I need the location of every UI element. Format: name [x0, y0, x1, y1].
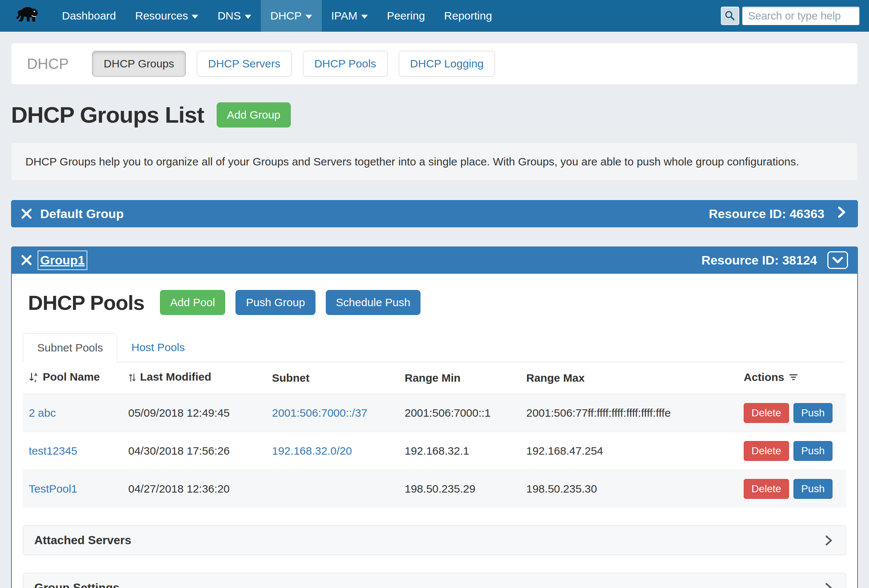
- delete-button[interactable]: Delete: [744, 479, 789, 499]
- tab-dhcp-servers[interactable]: DHCP Servers: [197, 51, 292, 77]
- column-range-max: Range Max: [521, 362, 738, 394]
- page-content: DHCP DHCP Groups DHCP Servers DHCP Pools…: [0, 43, 869, 588]
- remove-group-icon[interactable]: [21, 255, 32, 266]
- pool-type-tabs: Subnet Pools Host Pools: [23, 333, 846, 362]
- description-well: DHCP Groups help you to organize all of …: [11, 142, 858, 181]
- caret-down-icon: [245, 15, 251, 19]
- nav-item-ipam[interactable]: IPAM: [322, 0, 377, 32]
- push-button[interactable]: Push: [793, 479, 832, 499]
- actions-cell: DeletePush: [738, 432, 846, 470]
- column-label: Range Min: [405, 372, 461, 384]
- column-label: Pool Name: [43, 371, 100, 383]
- svg-text:z: z: [34, 378, 37, 383]
- column-subnet: Subnet: [266, 362, 399, 394]
- dhcp-pools-header-row: DHCP Pools Add Pool Push Group Schedule …: [28, 290, 846, 315]
- subnet-link[interactable]: 192.168.32.0/20: [272, 445, 352, 457]
- chevron-right-icon: [822, 582, 835, 588]
- pool-name-link[interactable]: test12345: [29, 445, 77, 457]
- group-bar-right: Resource ID: 46363: [709, 206, 848, 222]
- nav-item-dns[interactable]: DNS: [208, 0, 261, 32]
- pool-name-link[interactable]: 2 abc: [29, 407, 56, 419]
- caret-down-icon: [305, 15, 312, 19]
- last-modified-cell: 05/09/2018 12:49:45: [122, 394, 266, 432]
- pool-name-link[interactable]: TestPool1: [29, 483, 77, 495]
- remove-group-icon[interactable]: [21, 208, 32, 219]
- push-group-button[interactable]: Push Group: [236, 290, 315, 315]
- nav-item-dhcp[interactable]: DHCP: [261, 0, 322, 32]
- nav-item-label: Dashboard: [62, 10, 116, 22]
- caret-down-icon: [361, 15, 368, 19]
- last-modified-cell: 04/30/2018 17:56:26: [122, 432, 266, 470]
- actions-cell: DeletePush: [738, 394, 846, 432]
- group-header-group1[interactable]: Group1 Resource ID: 38124: [11, 246, 858, 274]
- group-bar-right: Resource ID: 38124: [701, 251, 848, 269]
- table-header-row: Az Pool Name Last Modified Subnet Range …: [23, 362, 846, 394]
- nav-item-peering[interactable]: Peering: [377, 0, 434, 32]
- dhcp-pools-heading: DHCP Pools: [28, 291, 144, 315]
- push-button[interactable]: Push: [793, 403, 832, 423]
- range-max-cell: 192.168.47.254: [521, 432, 738, 470]
- chevron-right-icon: [835, 206, 848, 222]
- tab-dhcp-groups[interactable]: DHCP Groups: [92, 51, 185, 77]
- sort-alpha-icon: Az: [29, 372, 39, 385]
- delete-button[interactable]: Delete: [744, 441, 789, 461]
- column-label: Actions: [744, 371, 784, 383]
- column-last-modified[interactable]: Last Modified: [122, 362, 266, 394]
- resource-id: Resource ID: 38124: [701, 253, 817, 268]
- range-min-cell: 198.50.235.29: [399, 470, 521, 508]
- sort-icon: [128, 372, 136, 385]
- caret-down-icon: [192, 15, 198, 19]
- description-text: DHCP Groups help you to organize all of …: [25, 156, 799, 167]
- nav-item-resources[interactable]: Resources: [126, 0, 208, 32]
- group1-detail-panel: DHCP Pools Add Pool Push Group Schedule …: [11, 274, 858, 588]
- tab-dhcp-logging[interactable]: DHCP Logging: [399, 51, 495, 77]
- nav-item-label: Peering: [387, 10, 425, 22]
- last-modified-cell: 04/27/2018 12:36:20: [122, 470, 266, 508]
- group-settings-panel[interactable]: Group Settings: [23, 573, 846, 588]
- column-label: Subnet: [272, 372, 310, 384]
- column-actions[interactable]: Actions: [738, 362, 846, 394]
- provision-mammoth-logo[interactable]: [15, 5, 39, 27]
- nav-item-dashboard[interactable]: Dashboard: [52, 0, 126, 32]
- dhcp-section-tab-bar: DHCP DHCP Groups DHCP Servers DHCP Pools…: [11, 43, 858, 85]
- nav-item-label: DHCP: [270, 10, 302, 22]
- delete-button[interactable]: Delete: [744, 403, 789, 423]
- actions-cell: DeletePush: [738, 470, 846, 508]
- group1-section: Group1 Resource ID: 38124 DHCP Pools Add…: [11, 246, 858, 588]
- column-label: Range Max: [526, 372, 584, 384]
- search-button[interactable]: [721, 7, 739, 25]
- tab-host-pools[interactable]: Host Pools: [117, 333, 199, 362]
- chevron-right-icon: [822, 534, 835, 547]
- table-row: 2 abc 05/09/2018 12:49:45 2001:506:7000:…: [23, 394, 846, 432]
- range-max-cell: 2001:506:77ff:ffff:ffff:ffff:ffff:fffe: [521, 394, 738, 432]
- subnet-link[interactable]: 2001:506:7000::/37: [272, 407, 368, 419]
- subnet-pools-table: Az Pool Name Last Modified Subnet Range …: [23, 362, 846, 508]
- push-button[interactable]: Push: [793, 441, 832, 461]
- range-max-cell: 198.50.235.30: [521, 470, 738, 508]
- nav-item-label: IPAM: [331, 10, 357, 22]
- column-pool-name[interactable]: Az Pool Name: [23, 362, 122, 394]
- tab-subnet-pools[interactable]: Subnet Pools: [23, 333, 117, 362]
- add-pool-button[interactable]: Add Pool: [160, 290, 225, 315]
- range-min-cell: 2001:506:7000::1: [399, 394, 521, 432]
- group-name: Default Group: [40, 207, 124, 221]
- nav-item-label: Reporting: [444, 10, 492, 22]
- mammoth-icon: [15, 5, 39, 27]
- tab-dhcp-pools[interactable]: DHCP Pools: [303, 51, 388, 77]
- add-group-button[interactable]: Add Group: [217, 102, 291, 127]
- nav-item-reporting[interactable]: Reporting: [434, 0, 501, 32]
- panel-label: Group Settings: [34, 581, 119, 588]
- collapse-toggle-button[interactable]: [827, 251, 848, 269]
- column-range-min: Range Min: [399, 362, 521, 394]
- nav-item-label: Resources: [135, 10, 188, 22]
- schedule-push-button[interactable]: Schedule Push: [326, 290, 421, 315]
- group-name-link[interactable]: Group1: [40, 253, 85, 268]
- nav-item-label: DNS: [217, 10, 241, 22]
- page-title: DHCP Groups List: [11, 102, 204, 128]
- title-row: DHCP Groups List Add Group: [11, 102, 858, 128]
- chevron-down-icon: [831, 254, 844, 267]
- search-input[interactable]: [742, 7, 859, 25]
- attached-servers-panel[interactable]: Attached Servers: [23, 525, 846, 555]
- group-header-default-group[interactable]: Default Group Resource ID: 46363: [11, 200, 858, 227]
- search-icon: [724, 10, 736, 22]
